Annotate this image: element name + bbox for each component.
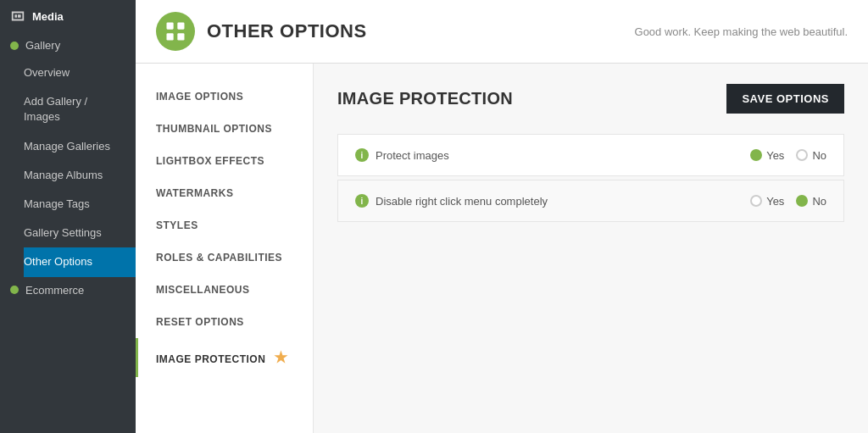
radio-protect-no[interactable]: No xyxy=(796,149,826,162)
sidebar-ecommerce-header[interactable]: Ecommerce xyxy=(0,277,136,303)
radio-group-rightclick: Yes No xyxy=(750,195,826,208)
radio-rightclick-yes[interactable]: Yes xyxy=(750,195,784,208)
nav-watermarks[interactable]: WATERMARKS xyxy=(136,177,313,209)
nav-styles[interactable]: STYLES xyxy=(136,209,313,241)
sidebar-item-other-options[interactable]: Other Options xyxy=(24,247,136,276)
main-content: OTHER OPTIONS Good work. Keep making the… xyxy=(136,0,868,433)
sidebar-gallery-label: Gallery xyxy=(25,39,60,52)
option-label-protect: i Protect images xyxy=(355,148,449,162)
info-icon-protect: i xyxy=(355,148,369,162)
sidebar-item-manage-albums[interactable]: Manage Albums xyxy=(24,161,136,190)
gallery-dot-icon xyxy=(10,42,19,50)
star-icon: ★ xyxy=(274,349,288,366)
option-text-protect: Protect images xyxy=(376,149,449,162)
sidebar-item-manage-galleries[interactable]: Manage Galleries xyxy=(24,132,136,161)
nav-image-protection[interactable]: IMAGE PROTECTION ★ xyxy=(136,338,313,377)
content-header: IMAGE PROTECTION SAVE OPTIONS xyxy=(337,84,844,114)
body-layout: IMAGE OPTIONS THUMBNAIL OPTIONS LIGHTBOX… xyxy=(136,64,868,433)
option-text-rightclick: Disable right click menu completely xyxy=(376,195,548,208)
sidebar-item-add-gallery[interactable]: Add Gallery / Images xyxy=(24,87,136,131)
sidebar-media-label: Media xyxy=(32,10,64,23)
plugin-logo xyxy=(156,12,195,51)
sidebar-item-overview[interactable]: Overview xyxy=(24,58,136,87)
save-options-button[interactable]: SAVE OPTIONS xyxy=(726,84,844,114)
option-label-rightclick: i Disable right click menu completely xyxy=(355,194,548,208)
content-title: IMAGE PROTECTION xyxy=(337,89,513,108)
svg-rect-2 xyxy=(167,33,174,40)
sidebar: Media Gallery Overview Add Gallery / Ima… xyxy=(0,0,136,433)
radio-label-protect-yes: Yes xyxy=(766,149,784,162)
svg-rect-3 xyxy=(177,33,184,40)
radio-circle-rightclick-yes[interactable] xyxy=(750,195,762,207)
info-icon-rightclick: i xyxy=(355,194,369,208)
radio-protect-yes[interactable]: Yes xyxy=(750,149,784,162)
ecommerce-dot-icon xyxy=(10,286,19,294)
sidebar-item-manage-tags[interactable]: Manage Tags xyxy=(24,190,136,219)
page-tagline: Good work. Keep making the web beautiful… xyxy=(635,25,848,38)
nav-thumbnail-options[interactable]: THUMBNAIL OPTIONS xyxy=(136,113,313,145)
sidebar-media-header: Media xyxy=(0,0,136,32)
logo-icon xyxy=(164,19,187,43)
header-left: OTHER OPTIONS xyxy=(156,12,367,51)
nav-reset-options[interactable]: RESET OPTIONS xyxy=(136,306,313,338)
radio-label-rightclick-yes: Yes xyxy=(766,195,784,208)
radio-circle-protect-no[interactable] xyxy=(796,149,808,161)
svg-rect-0 xyxy=(167,23,174,30)
option-row-disable-rightclick: i Disable right click menu completely Ye… xyxy=(337,180,844,222)
page-header: OTHER OPTIONS Good work. Keep making the… xyxy=(136,0,868,64)
nav-miscellaneous[interactable]: MISCELLANEOUS xyxy=(136,274,313,306)
nav-roles-capabilities[interactable]: ROLES & CAPABILITIES xyxy=(136,241,313,274)
sidebar-nav-group: Overview Add Gallery / Images Manage Gal… xyxy=(0,58,136,277)
radio-label-protect-no: No xyxy=(812,149,826,162)
sidebar-item-gallery-settings[interactable]: Gallery Settings xyxy=(24,219,136,247)
radio-circle-protect-yes[interactable] xyxy=(750,149,762,161)
radio-rightclick-no[interactable]: No xyxy=(796,195,826,208)
radio-group-protect: Yes No xyxy=(750,149,826,162)
nav-image-options[interactable]: IMAGE OPTIONS xyxy=(136,80,313,113)
sidebar-gallery-header[interactable]: Gallery xyxy=(0,32,136,58)
right-content: IMAGE PROTECTION SAVE OPTIONS i Protect … xyxy=(314,64,868,433)
sidebar-ecommerce-label: Ecommerce xyxy=(25,284,84,297)
svg-rect-1 xyxy=(177,23,184,30)
option-row-protect-images: i Protect images Yes No xyxy=(337,134,844,176)
left-nav: IMAGE OPTIONS THUMBNAIL OPTIONS LIGHTBOX… xyxy=(136,64,314,433)
radio-circle-rightclick-no[interactable] xyxy=(796,195,808,207)
page-title: OTHER OPTIONS xyxy=(207,20,367,42)
nav-lightbox-effects[interactable]: LIGHTBOX EFFECTS xyxy=(136,145,313,177)
radio-label-rightclick-no: No xyxy=(812,195,826,208)
media-icon xyxy=(10,8,25,24)
